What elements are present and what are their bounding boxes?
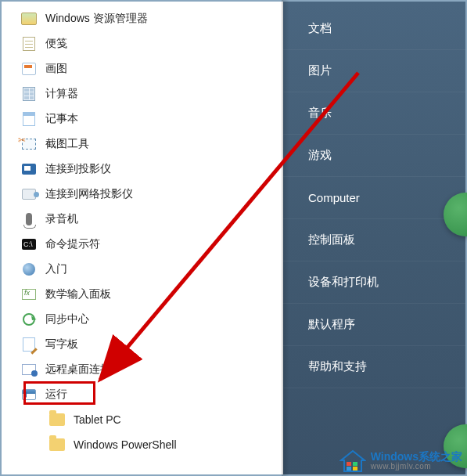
program-label: 截图工具 bbox=[45, 137, 89, 151]
program-explorer[interactable]: Windows 资源管理器 bbox=[17, 6, 278, 31]
program-label: 命令提示符 bbox=[45, 237, 100, 251]
right-item-label: 默认程序 bbox=[308, 317, 355, 332]
microphone-icon bbox=[20, 211, 38, 228]
program-label: Tablet PC bbox=[74, 413, 121, 426]
network-projector-icon bbox=[20, 186, 38, 203]
program-sound-recorder[interactable]: 录音机 bbox=[17, 207, 278, 232]
wordpad-icon bbox=[20, 336, 38, 353]
program-label: 记事本 bbox=[45, 112, 78, 126]
program-label: 便笺 bbox=[45, 37, 67, 51]
right-item-games[interactable]: 游戏 bbox=[283, 135, 465, 177]
start-menu: Windows 资源管理器便笺画图计算器记事本截图工具连接到投影仪连接到网络投影… bbox=[0, 0, 467, 476]
start-menu-right-panel: 文档图片音乐游戏Computer控制面板设备和打印机默认程序帮助和支持 bbox=[283, 2, 465, 474]
program-label: 画图 bbox=[45, 62, 67, 76]
right-item-default-programs[interactable]: 默认程序 bbox=[283, 304, 465, 346]
program-sync-center[interactable]: 同步中心 bbox=[17, 307, 278, 332]
program-math-input[interactable]: 数学输入面板 bbox=[17, 282, 278, 307]
start-orb-icon bbox=[20, 261, 38, 278]
program-label: 连接到网络投影仪 bbox=[45, 187, 133, 201]
right-item-label: Computer bbox=[308, 191, 360, 204]
program-paint[interactable]: 画图 bbox=[17, 56, 278, 81]
right-item-documents[interactable]: 文档 bbox=[283, 8, 465, 50]
paint-icon bbox=[20, 60, 38, 78]
program-tablet-pc-folder[interactable]: Tablet PC bbox=[17, 407, 278, 432]
right-item-help[interactable]: 帮助和支持 bbox=[283, 346, 465, 388]
right-item-label: 图片 bbox=[308, 63, 332, 78]
notepad-icon bbox=[20, 110, 38, 128]
program-command-prompt[interactable]: C:\命令提示符 bbox=[17, 232, 278, 257]
program-label: 远程桌面连接 bbox=[45, 362, 111, 377]
program-label: 同步中心 bbox=[45, 312, 89, 326]
program-label: Windows PowerShell bbox=[74, 438, 177, 451]
program-network-projector[interactable]: 连接到网络投影仪 bbox=[17, 182, 278, 207]
svg-rect-3 bbox=[347, 462, 351, 466]
math-input-icon bbox=[20, 286, 38, 303]
folder-icon bbox=[48, 411, 66, 428]
right-item-label: 游戏 bbox=[308, 148, 332, 163]
program-powershell-folder[interactable]: Windows PowerShell bbox=[17, 432, 278, 457]
watermark-logo-icon bbox=[339, 449, 366, 473]
projector-icon bbox=[20, 160, 38, 178]
program-getting-started[interactable]: 入门 bbox=[17, 257, 278, 282]
program-connect-projector[interactable]: 连接到投影仪 bbox=[17, 157, 278, 182]
right-item-label: 文档 bbox=[308, 21, 332, 36]
sync-icon bbox=[20, 311, 38, 328]
program-label: 入门 bbox=[45, 262, 67, 276]
svg-rect-6 bbox=[353, 467, 357, 471]
program-snipping-tool[interactable]: 截图工具 bbox=[17, 132, 278, 157]
program-label: 计算器 bbox=[45, 87, 78, 101]
svg-rect-4 bbox=[353, 462, 357, 466]
right-item-computer[interactable]: Computer bbox=[283, 177, 465, 219]
program-label: 录音机 bbox=[45, 212, 78, 226]
program-label: 运行 bbox=[45, 388, 67, 402]
program-wordpad[interactable]: 写字板 bbox=[17, 332, 278, 357]
program-run[interactable]: 运行 bbox=[17, 382, 278, 407]
calculator-icon bbox=[20, 85, 38, 103]
svg-rect-5 bbox=[347, 467, 351, 471]
run-icon bbox=[20, 386, 38, 403]
program-calculator[interactable]: 计算器 bbox=[17, 81, 278, 106]
program-label: 数学输入面板 bbox=[45, 287, 111, 301]
program-sticky-notes[interactable]: 便笺 bbox=[17, 31, 278, 56]
program-label: 写字板 bbox=[45, 337, 78, 352]
scissors-icon bbox=[20, 135, 38, 153]
right-item-label: 音乐 bbox=[308, 106, 332, 121]
watermark: Windows系统之家 www.bjjmlv.com bbox=[339, 449, 462, 473]
right-item-control-panel[interactable]: 控制面板 bbox=[283, 219, 465, 261]
program-remote-desktop[interactable]: 远程桌面连接 bbox=[17, 357, 278, 382]
explorer-icon bbox=[20, 10, 38, 27]
right-item-music[interactable]: 音乐 bbox=[283, 92, 465, 135]
watermark-title: Windows系统之家 bbox=[371, 451, 462, 463]
all-programs-panel: Windows 资源管理器便笺画图计算器记事本截图工具连接到投影仪连接到网络投影… bbox=[2, 2, 283, 474]
program-notepad[interactable]: 记事本 bbox=[17, 106, 278, 132]
program-label: Windows 资源管理器 bbox=[45, 12, 148, 26]
sticky-notes-icon bbox=[20, 35, 38, 52]
right-item-pictures[interactable]: 图片 bbox=[283, 50, 465, 92]
remote-desktop-icon bbox=[20, 361, 38, 378]
right-item-label: 设备和打印机 bbox=[308, 275, 379, 290]
folder-icon bbox=[48, 436, 66, 453]
right-item-label: 帮助和支持 bbox=[308, 359, 367, 374]
watermark-url: www.bjjmlv.com bbox=[371, 463, 462, 471]
cmd-icon: C:\ bbox=[20, 236, 38, 253]
right-item-label: 控制面板 bbox=[308, 233, 355, 247]
program-label: 连接到投影仪 bbox=[45, 162, 111, 176]
right-item-devices[interactable]: 设备和打印机 bbox=[283, 261, 465, 304]
